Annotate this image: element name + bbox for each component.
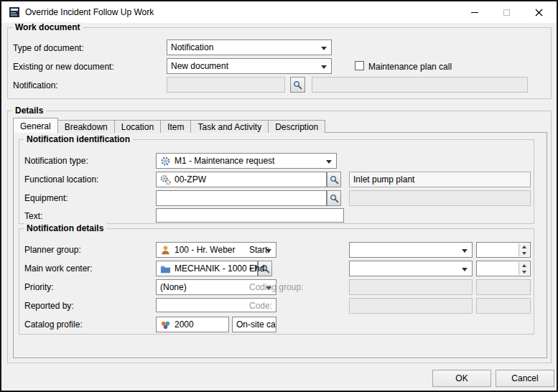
catalog-profile-description-field[interactable]: On-site cat <box>232 317 276 332</box>
equipment-field[interactable] <box>156 190 327 206</box>
chevron-down-icon <box>326 160 332 164</box>
functional-location-description-field: Inlet pump plant <box>349 172 531 187</box>
functional-location-description: Inlet pump plant <box>353 174 414 185</box>
text-input[interactable] <box>156 208 344 223</box>
notification-search-button[interactable] <box>290 77 305 93</box>
search-icon <box>330 194 339 203</box>
coding-group-code-field <box>476 279 531 295</box>
chevron-down-icon <box>321 65 327 69</box>
ok-button[interactable]: OK <box>432 370 491 387</box>
notification-type-icon <box>160 156 171 167</box>
notification-label: Notification: <box>13 80 58 90</box>
notification-identification-label: Notification identification <box>24 134 133 144</box>
functional-location-label: Functional location: <box>24 174 98 185</box>
maximize-button <box>490 1 523 23</box>
search-icon <box>293 80 302 90</box>
maximize-icon <box>503 9 510 16</box>
chevron-down-icon <box>462 268 468 271</box>
close-button[interactable] <box>523 1 555 23</box>
planner-group-value: 100 - Hr. Weber <box>175 245 235 255</box>
notification-type-combobox[interactable]: M1 - Maintenance request <box>156 153 337 169</box>
code-label: Code: <box>249 301 272 311</box>
start-label: Start: <box>249 245 270 255</box>
spinner-buttons[interactable] <box>519 243 529 256</box>
catalog-profile-field[interactable]: 2000 <box>156 317 229 332</box>
reported-by-label: Reported by: <box>24 301 74 311</box>
start-date-combobox[interactable] <box>349 242 473 258</box>
coding-group-field <box>349 279 473 295</box>
tab-description[interactable]: Description <box>268 120 325 133</box>
folder-icon <box>160 263 171 274</box>
search-icon <box>330 175 339 185</box>
equipment-description-field <box>349 190 531 206</box>
notification-description-field <box>312 77 528 93</box>
tab-task-and-activity[interactable]: Task and Activity <box>190 120 269 133</box>
text-label: Text: <box>24 211 42 221</box>
main-work-center-value: MECHANIK - 1000 - Mec <box>175 263 258 274</box>
functional-location-field[interactable]: 00-ZPW <box>156 172 327 187</box>
maintenance-plan-call-checkbox[interactable] <box>355 61 364 70</box>
spinner-buttons[interactable] <box>519 262 529 275</box>
tab-general[interactable]: General <box>13 118 58 133</box>
existing-or-new-value: New document <box>171 61 228 71</box>
maintenance-plan-call-label: Maintenance plan call <box>368 62 452 72</box>
title-bar: Override Incident Follow Up Work <box>1 1 557 23</box>
gears-icon <box>160 174 171 185</box>
window-title: Override Incident Follow Up Work <box>25 7 154 17</box>
details-tab-strip: General Breakdown Location Item Task and… <box>13 118 325 133</box>
start-time-spinner[interactable] <box>476 242 531 258</box>
notification-details-label: Notification details <box>24 223 106 233</box>
cancel-button[interactable]: Cancel <box>496 370 554 387</box>
main-work-center-label: Main work center: <box>24 263 93 274</box>
existing-or-new-label: Existing or new document: <box>13 62 114 72</box>
functional-location-value: 00-ZPW <box>175 174 206 185</box>
catalog-profile-value: 2000 <box>175 319 194 330</box>
priority-value: (None) <box>160 282 187 292</box>
end-time-spinner[interactable] <box>476 261 531 276</box>
type-of-document-value: Notification <box>171 42 213 52</box>
catalog-profile-icon <box>160 319 171 330</box>
code-small-field <box>476 298 531 314</box>
spin-down-icon <box>519 250 529 256</box>
close-icon <box>535 9 543 17</box>
coding-group-label: Coding group: <box>249 282 303 292</box>
notification-type-value: M1 - Maintenance request <box>175 156 274 166</box>
chevron-down-icon <box>321 47 327 50</box>
tab-breakdown[interactable]: Breakdown <box>57 120 115 133</box>
spin-up-icon <box>519 262 529 269</box>
override-incident-dialog: Override Incident Follow Up Work Work do… <box>0 0 558 392</box>
functional-location-search-button[interactable] <box>327 172 341 187</box>
work-document-group-label: Work document <box>12 22 83 32</box>
priority-label: Priority: <box>24 282 54 292</box>
minimize-button[interactable] <box>458 1 490 23</box>
code-field <box>349 298 473 314</box>
notification-type-label: Notification type: <box>24 156 88 166</box>
app-icon <box>9 6 20 18</box>
minimize-icon <box>471 12 478 13</box>
catalog-profile-label: Catalog profile: <box>24 319 83 330</box>
details-group-label: Details <box>12 106 46 116</box>
spin-up-icon <box>519 243 529 250</box>
existing-or-new-combobox[interactable]: New document <box>167 58 332 74</box>
end-label: End: <box>249 263 267 274</box>
end-date-combobox[interactable] <box>349 261 473 276</box>
catalog-profile-description: On-site cat <box>236 319 276 330</box>
main-work-center-field[interactable]: MECHANIK - 1000 - Mec <box>156 261 258 276</box>
type-of-document-label: Type of document: <box>13 43 84 53</box>
type-of-document-combobox[interactable]: Notification <box>167 39 332 55</box>
person-icon <box>160 245 171 256</box>
chevron-down-icon <box>462 249 468 253</box>
spin-down-icon <box>519 269 529 275</box>
equipment-label: Equipment: <box>24 193 68 203</box>
tab-location[interactable]: Location <box>114 120 161 133</box>
equipment-search-button[interactable] <box>327 190 341 206</box>
notification-number-field <box>167 77 285 93</box>
planner-group-label: Planner group: <box>24 245 81 255</box>
tab-item[interactable]: Item <box>160 120 191 133</box>
